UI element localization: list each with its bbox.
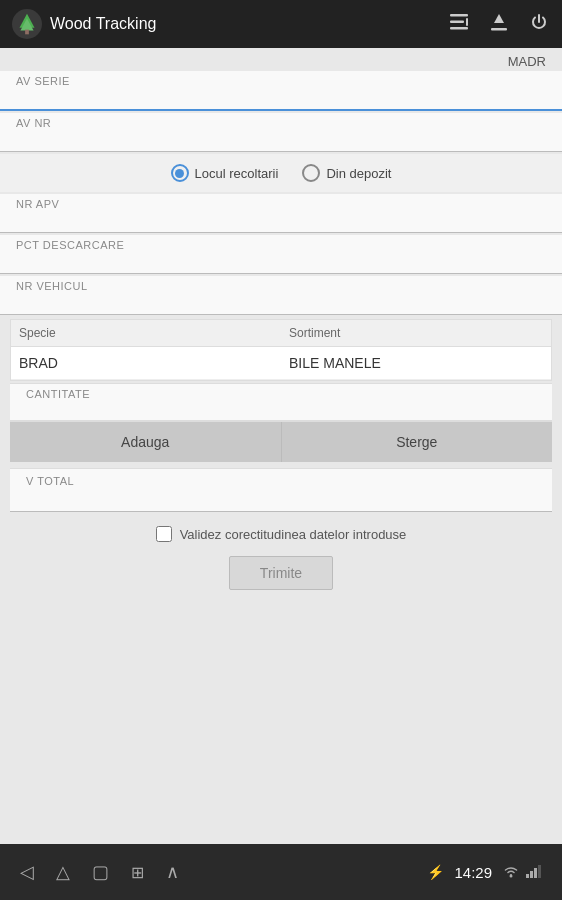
signal-icons (502, 864, 542, 881)
wifi-icon (502, 864, 520, 881)
pct-descarcare-input[interactable] (16, 251, 546, 271)
pct-descarcare-field: PCT DESCARCARE (0, 235, 562, 274)
nr-apv-input[interactable] (16, 210, 546, 230)
specie-sortiment-table: Specie Sortiment BRAD BILE MANELE (10, 319, 552, 381)
grid-icon[interactable]: ⊞ (131, 863, 144, 882)
pct-descarcare-label: PCT DESCARCARE (16, 239, 546, 251)
radio-din-depozit[interactable]: Din depozit (302, 164, 391, 182)
madr-label: MADR (508, 54, 546, 69)
home-icon[interactable]: △ (56, 861, 70, 883)
validate-row: Validez corectitudinea datelor introduse (0, 512, 562, 550)
vtotal-label: V TOTAL (26, 475, 536, 487)
signal-bars-icon (526, 864, 542, 881)
svg-rect-11 (526, 874, 529, 878)
clock: 14:29 (454, 864, 492, 881)
chevron-up-icon[interactable]: ∧ (166, 861, 179, 883)
menu-icon[interactable] (448, 13, 470, 36)
trimite-button[interactable]: Trimite (229, 556, 333, 590)
cantitate-input[interactable] (26, 400, 536, 418)
content-area: MADR AV SERIE AV NR Locul recoltarii Din… (0, 48, 562, 844)
svg-rect-8 (491, 28, 507, 31)
radio-circle-locul[interactable] (171, 164, 189, 182)
av-nr-label: AV NR (16, 117, 546, 129)
cantitate-field: CANTITATE (10, 383, 552, 421)
madr-row: MADR (0, 48, 562, 71)
svg-rect-14 (538, 865, 541, 878)
recents-icon[interactable]: ▢ (92, 861, 109, 883)
nr-vehicul-label: NR VEHICUL (16, 280, 546, 292)
svg-rect-5 (450, 20, 464, 23)
nr-vehicul-input[interactable] (16, 292, 546, 312)
bottom-bar: ◁ △ ▢ ⊞ ∧ ⚡ 14:29 (0, 844, 562, 900)
av-nr-field: AV NR (0, 113, 562, 152)
nr-vehicul-field: NR VEHICUL (0, 276, 562, 315)
vtotal-input[interactable] (26, 487, 536, 505)
top-bar-actions (448, 11, 550, 38)
bottom-nav: ◁ △ ▢ ⊞ ∧ (20, 861, 179, 883)
cell-specie: BRAD (11, 347, 281, 379)
cell-sortiment: BILE MANELE (281, 347, 551, 379)
app-title: Wood Tracking (50, 15, 156, 33)
power-icon[interactable] (528, 11, 550, 38)
validate-label: Validez corectitudinea datelor introduse (180, 527, 407, 542)
svg-rect-7 (466, 18, 468, 26)
svg-rect-4 (450, 14, 468, 17)
nr-apv-field: NR APV (0, 194, 562, 233)
nr-apv-label: NR APV (16, 198, 546, 210)
table-row: BRAD BILE MANELE (11, 347, 551, 380)
validate-checkbox[interactable] (156, 526, 172, 542)
svg-marker-9 (494, 14, 504, 23)
top-bar: Wood Tracking (0, 0, 562, 48)
col-sortiment-header: Sortiment (281, 320, 551, 346)
svg-point-10 (510, 874, 513, 877)
table-header: Specie Sortiment (11, 320, 551, 347)
adauga-button[interactable]: Adauga (10, 422, 282, 462)
radio-label-locul: Locul recoltarii (195, 166, 279, 181)
av-nr-input[interactable] (16, 129, 546, 149)
av-serie-label: AV SERIE (16, 75, 546, 87)
trimite-row: Trimite (0, 550, 562, 606)
action-buttons-row: Adauga Sterge (10, 421, 552, 462)
svg-rect-13 (534, 868, 537, 878)
sterge-button[interactable]: Sterge (282, 422, 553, 462)
svg-rect-12 (530, 871, 533, 878)
app-logo (12, 9, 42, 39)
svg-rect-3 (25, 30, 29, 35)
radio-circle-depozit[interactable] (302, 164, 320, 182)
upload-icon[interactable] (488, 11, 510, 38)
vtotal-field: V TOTAL (10, 468, 552, 512)
av-serie-input[interactable] (16, 87, 546, 107)
col-specie-header: Specie (11, 320, 281, 346)
radio-locul-recoltarii[interactable]: Locul recoltarii (171, 164, 279, 182)
radio-label-depozit: Din depozit (326, 166, 391, 181)
cantitate-label: CANTITATE (26, 388, 536, 400)
svg-rect-6 (450, 27, 468, 30)
app-header: Wood Tracking (12, 9, 156, 39)
back-icon[interactable]: ◁ (20, 861, 34, 883)
status-area: ⚡ 14:29 (427, 864, 542, 881)
av-serie-field: AV SERIE (0, 71, 562, 111)
usb-icon: ⚡ (427, 864, 444, 880)
radio-row: Locul recoltarii Din depozit (0, 154, 562, 192)
